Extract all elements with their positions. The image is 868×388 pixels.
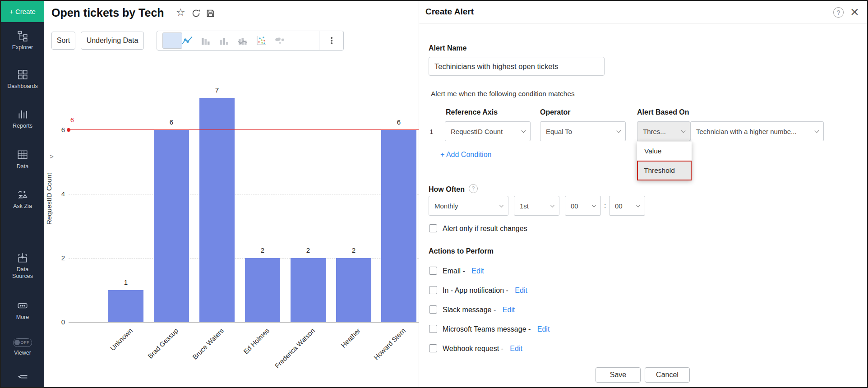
sidebar-item-reports[interactable]: Reports [1, 108, 44, 129]
sidebar-collapse-button[interactable] [1, 371, 44, 385]
how-often-help-icon[interactable]: ? [469, 184, 478, 193]
condition-index: 1 [429, 128, 434, 136]
chevron-down-icon [499, 203, 504, 208]
chart-bar[interactable] [381, 130, 416, 322]
bar-value-label: 6 [389, 118, 409, 126]
close-icon[interactable]: × [850, 4, 859, 20]
sidebar-item-data[interactable]: Data [1, 149, 44, 170]
frequency-select[interactable]: Monthly [429, 196, 508, 216]
how-often-label: How Often [429, 185, 465, 194]
bar-value-label: 2 [298, 246, 318, 254]
day-select[interactable]: 1st [514, 196, 559, 216]
sidebar-item-ask-zia[interactable]: Ask Zia [1, 189, 44, 210]
sidebar: + Create Explorer Dashboards [1, 1, 44, 387]
chevron-down-icon [522, 129, 526, 133]
data-sources-icon [1, 252, 44, 263]
threshold-label: 6 [70, 116, 74, 124]
webhook-checkbox[interactable] [429, 344, 437, 352]
more-ellipsis-icon [1, 300, 44, 311]
chevron-down-icon [815, 129, 819, 133]
bar-chart: > RequestID Count 02461Unknown6Brad Gess… [44, 1, 419, 387]
threshold-detail-select[interactable]: Technician with a higher numbe... [690, 121, 824, 141]
minute-select[interactable]: 00 [609, 196, 645, 216]
sidebar-item-dashboards[interactable]: Dashboards [1, 69, 44, 90]
chart-bar[interactable] [199, 98, 235, 322]
add-condition-link[interactable]: + Add Condition [440, 151, 491, 159]
x-axis-line [69, 322, 419, 323]
collapse-arrow-icon [1, 371, 44, 383]
alert-only-checkbox[interactable] [429, 224, 437, 232]
toggle-knob [14, 340, 20, 345]
chevron-down-icon [617, 129, 621, 133]
threshold-line[interactable] [69, 129, 419, 130]
chevron-down-icon [592, 203, 596, 208]
create-button[interactable]: + Create [1, 1, 44, 22]
save-button[interactable]: Save [596, 367, 641, 383]
app-window: + Create Explorer Dashboards [0, 0, 868, 388]
x-axis-label: Heather [309, 327, 362, 380]
threshold-dot[interactable] [67, 128, 70, 132]
based-on-dropdown-menu: Value Threshold [637, 142, 692, 180]
teams-action-row: Microsoft Teams message - Edit [443, 325, 549, 333]
chevron-down-icon [681, 129, 686, 133]
chevron-down-icon [636, 203, 641, 208]
time-separator: : [604, 202, 606, 210]
menu-option-threshold-highlighted[interactable]: Threshold [637, 161, 692, 180]
teams-checkbox[interactable] [429, 325, 437, 333]
hour-select[interactable]: 00 [565, 196, 601, 216]
x-axis-label: Brad Gessup [126, 327, 180, 380]
operator-select[interactable]: Equal To [540, 121, 626, 141]
bar-value-label: 2 [253, 246, 272, 254]
chart-bar[interactable] [291, 258, 326, 322]
reports-icon [1, 108, 44, 120]
sidebar-item-data-sources[interactable]: Data Sources [1, 252, 44, 280]
x-axis-label: Howard Stern [354, 327, 407, 380]
in-app-edit-link[interactable]: Edit [515, 286, 527, 294]
bar-value-label: 6 [162, 118, 181, 126]
x-axis-label: Unknown [81, 327, 134, 380]
slack-edit-link[interactable]: Edit [503, 306, 515, 314]
reference-axis-select[interactable]: RequestID Count [445, 121, 531, 141]
in-app-checkbox[interactable] [429, 286, 437, 294]
webhook-edit-link[interactable]: Edit [510, 345, 522, 352]
chart-bar[interactable] [154, 130, 189, 322]
sidebar-item-more[interactable]: More [1, 300, 44, 321]
chart-bar[interactable] [245, 258, 280, 322]
viewer-toggle-item: OFF Viewer [1, 338, 44, 356]
sidebar-item-explorer[interactable]: Explorer [1, 30, 44, 51]
in-app-action-row: In - App notification - Edit [443, 286, 527, 295]
y-tick-label: 2 [48, 254, 65, 262]
email-checkbox[interactable] [429, 267, 437, 275]
axis-expand-chevron-icon[interactable]: > [50, 152, 54, 160]
alert-name-input[interactable] [429, 57, 605, 76]
email-action-row: Email - Edit [443, 267, 484, 275]
bar-value-label: 1 [116, 278, 136, 286]
report-area: Open tickets by Tech ☆ Sort Underlying D… [44, 1, 419, 387]
panel-header: Create Alert ? × [419, 1, 868, 23]
x-axis-label: Frederica Watson [263, 327, 316, 380]
actions-title: Actions to Perform [429, 247, 494, 255]
menu-option-value[interactable]: Value [637, 142, 692, 161]
y-axis-title: RequestID Count [45, 165, 53, 233]
data-table-icon [1, 149, 44, 161]
operator-header: Operator [540, 108, 571, 116]
panel-footer: Save Cancel [419, 362, 868, 387]
dashboards-icon [1, 69, 44, 80]
y-tick-label: 0 [48, 318, 65, 326]
teams-edit-link[interactable]: Edit [537, 325, 550, 333]
webhook-action-row: Webhook request - Edit [443, 345, 522, 353]
slack-action-row: Slack message - Edit [443, 306, 515, 314]
cancel-button[interactable]: Cancel [645, 367, 690, 383]
x-axis-label: Ed Holmes [217, 327, 271, 380]
chart-bar[interactable] [336, 258, 371, 322]
help-icon[interactable]: ? [833, 7, 844, 18]
chart-bar[interactable] [108, 290, 143, 322]
explorer-icon [1, 30, 44, 42]
condition-intro-text: Alert me when the following condition ma… [431, 90, 575, 98]
slack-checkbox[interactable] [429, 305, 437, 314]
bar-value-label: 2 [344, 246, 364, 254]
viewer-toggle[interactable]: OFF [13, 338, 32, 347]
email-edit-link[interactable]: Edit [471, 267, 484, 275]
chevron-down-icon [550, 203, 555, 208]
alert-based-on-select[interactable]: Thres... [637, 121, 690, 141]
